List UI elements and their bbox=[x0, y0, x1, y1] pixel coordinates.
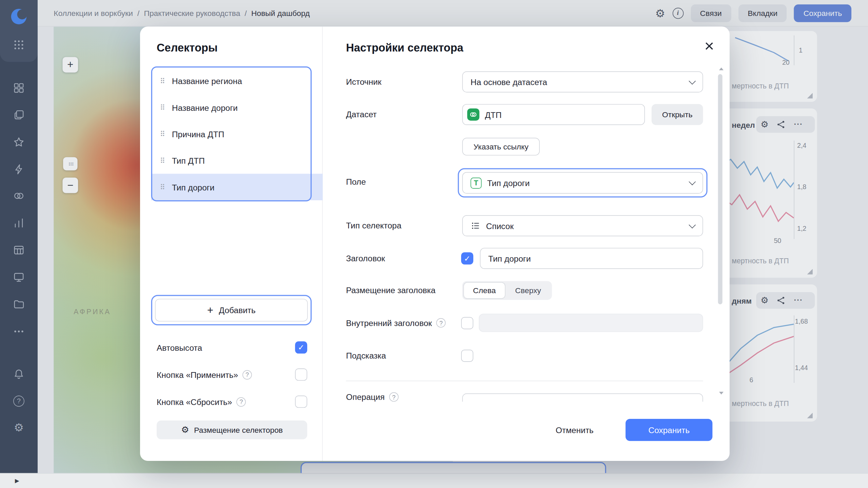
title-value: Тип дороги bbox=[488, 254, 531, 263]
apply-button-label: Кнопка «Применить» bbox=[157, 370, 238, 379]
add-button-label: Добавить bbox=[219, 305, 256, 315]
autoheight-option: Автовысота ✓ bbox=[157, 341, 307, 354]
selector-type-select[interactable]: Список bbox=[462, 215, 703, 236]
modal-save-button[interactable]: Сохранить bbox=[626, 419, 712, 441]
field-label: Поле bbox=[346, 177, 366, 186]
drag-handle-icon[interactable]: ⠿ bbox=[160, 104, 165, 111]
settings-panel-title: Настройки селектора bbox=[346, 41, 463, 54]
apply-button-option: Кнопка «Применить» ? bbox=[157, 368, 307, 381]
operation-row-clipped: Операция ? bbox=[323, 389, 710, 402]
field-select[interactable]: T Тип дороги bbox=[462, 172, 703, 194]
selector-list-item-selected[interactable]: ⠿ Тип дороги bbox=[152, 174, 311, 200]
drag-handle-icon[interactable]: ⠿ bbox=[160, 130, 165, 137]
title-label: Заголовок bbox=[346, 253, 385, 263]
help-icon[interactable]: ? bbox=[389, 392, 399, 402]
dataset-icon bbox=[467, 108, 479, 121]
cancel-button[interactable]: Отменить bbox=[541, 419, 608, 441]
selectors-placement-button[interactable]: ⚙ Размещение селекторов bbox=[157, 421, 307, 440]
source-label: Источник bbox=[346, 77, 381, 86]
source-select[interactable]: На основе датасета bbox=[462, 72, 703, 93]
selector-settings-modal: Селекторы ⠿ Название региона ⠿ Название … bbox=[140, 26, 730, 461]
reset-button-option: Кнопка «Сбросить» ? bbox=[157, 395, 307, 408]
chevron-down-icon bbox=[689, 77, 696, 84]
selector-type-value: Список bbox=[486, 221, 514, 230]
title-input[interactable]: Тип дороги bbox=[480, 248, 703, 269]
section-divider bbox=[346, 381, 703, 381]
string-field-type-icon: T bbox=[471, 177, 482, 188]
dataset-field[interactable]: ДТП bbox=[462, 104, 645, 125]
inner-title-label: Внутренний заголовок ? bbox=[346, 318, 446, 328]
reset-button-label: Кнопка «Сбросить» bbox=[157, 397, 232, 406]
inner-title-input-disabled bbox=[479, 314, 703, 332]
title-placement-label: Размещение заголовка bbox=[346, 285, 435, 295]
selector-item-label: Название региона bbox=[172, 76, 242, 85]
dataset-value: ДТП bbox=[485, 110, 501, 119]
check-icon: ✓ bbox=[298, 343, 304, 352]
reset-button-checkbox[interactable] bbox=[295, 395, 307, 408]
plus-icon: + bbox=[207, 305, 213, 316]
selector-type-label: Тип селектора bbox=[346, 221, 401, 230]
close-icon[interactable]: × bbox=[704, 38, 714, 54]
dataset-label: Датасет bbox=[346, 109, 377, 119]
selector-list-item[interactable]: ⠿ Название дороги bbox=[152, 94, 311, 121]
field-value: Тип дороги bbox=[487, 178, 530, 188]
list-icon bbox=[471, 221, 480, 230]
apply-button-checkbox[interactable] bbox=[295, 368, 307, 381]
help-icon[interactable]: ? bbox=[237, 397, 246, 406]
selector-item-label: Название дороги bbox=[172, 103, 238, 112]
selectors-panel: Селекторы ⠿ Название региона ⠿ Название … bbox=[140, 26, 323, 461]
placement-button-label: Размещение селекторов bbox=[194, 426, 283, 434]
autoheight-checkbox[interactable]: ✓ bbox=[295, 341, 307, 353]
inner-title-checkbox[interactable] bbox=[461, 317, 473, 329]
selector-list-item[interactable]: ⠿ Причина ДТП bbox=[152, 121, 311, 147]
selector-list-item[interactable]: ⠿ Тип ДТП bbox=[152, 147, 311, 174]
selectors-panel-title: Селекторы bbox=[157, 41, 218, 54]
scrollbar-up-icon[interactable] bbox=[719, 67, 724, 70]
autoheight-label: Автовысота bbox=[157, 343, 202, 352]
gear-icon: ⚙ bbox=[181, 426, 189, 434]
selector-item-label: Причина ДТП bbox=[172, 129, 224, 139]
help-icon[interactable]: ? bbox=[242, 370, 252, 379]
selector-list-item[interactable]: ⠿ Название региона bbox=[152, 67, 311, 94]
drag-handle-icon[interactable]: ⠿ bbox=[160, 183, 165, 190]
check-icon: ✓ bbox=[464, 254, 470, 263]
operation-text: Операция bbox=[346, 392, 384, 402]
selector-item-label: Тип ДТП bbox=[172, 156, 205, 165]
specify-link-button[interactable]: Указать ссылку bbox=[462, 138, 540, 156]
open-dataset-button[interactable]: Открыть bbox=[652, 104, 703, 125]
hint-checkbox[interactable] bbox=[461, 350, 473, 362]
drag-handle-icon[interactable]: ⠿ bbox=[160, 157, 165, 164]
scrollbar-thumb[interactable] bbox=[718, 74, 723, 304]
scrollbar-down-icon[interactable] bbox=[719, 392, 724, 394]
hint-label: Подсказка bbox=[346, 351, 386, 360]
selector-item-label: Тип дороги bbox=[172, 182, 214, 192]
operation-select[interactable] bbox=[462, 393, 703, 402]
title-checkbox[interactable]: ✓ bbox=[461, 252, 473, 264]
title-placement-segmented-control: Слева Сверху bbox=[462, 281, 552, 300]
chevron-down-icon bbox=[689, 399, 696, 402]
inner-title-text: Внутренний заголовок bbox=[346, 318, 432, 328]
help-icon[interactable]: ? bbox=[436, 318, 446, 328]
add-selector-button[interactable]: + Добавить bbox=[155, 299, 308, 322]
placement-option-left[interactable]: Слева bbox=[463, 282, 506, 299]
app: + ⠿ − АФРИКА 1 20 мертность в ДТП недел … bbox=[0, 0, 868, 488]
settings-panel: Настройки селектора × Источник На основе… bbox=[323, 26, 730, 461]
chevron-down-icon bbox=[689, 221, 696, 228]
chevron-down-icon bbox=[689, 178, 696, 185]
drag-handle-icon[interactable]: ⠿ bbox=[160, 77, 165, 84]
operation-label: Операция ? bbox=[346, 392, 398, 402]
placement-option-top[interactable]: Сверху bbox=[506, 282, 551, 299]
source-value: На основе датасета bbox=[471, 77, 547, 87]
